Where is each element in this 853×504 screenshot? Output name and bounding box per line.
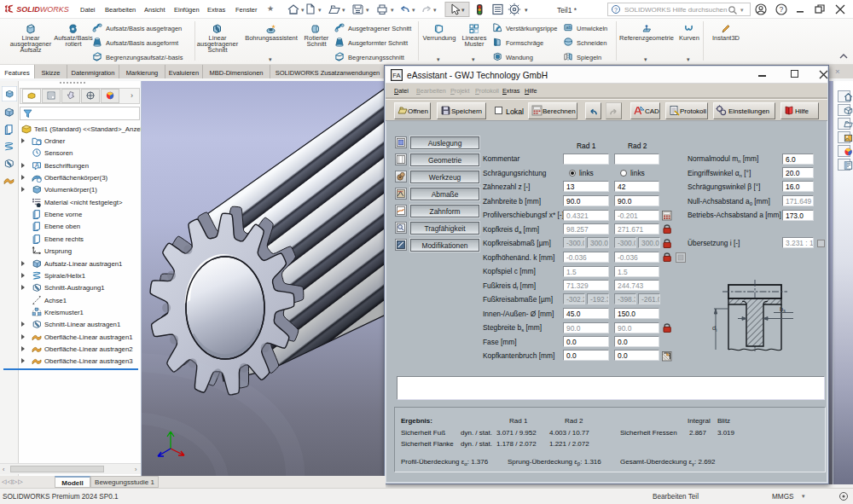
svg-text:▾: ▾ bbox=[318, 7, 322, 13]
svg-text:▾: ▾ bbox=[433, 7, 437, 13]
svg-text:di: di bbox=[712, 324, 717, 333]
svg-text:A: A bbox=[35, 162, 39, 169]
svg-text:SOLIDWORKS: SOLIDWORKS bbox=[16, 5, 69, 14]
svg-text:▾: ▾ bbox=[391, 7, 394, 13]
svg-text:▾: ▾ bbox=[461, 7, 465, 13]
svg-text:▾: ▾ bbox=[412, 7, 415, 13]
svg-text:FA: FA bbox=[392, 72, 400, 79]
svg-text:▾: ▾ bbox=[342, 7, 345, 13]
svg-text:▾: ▾ bbox=[301, 7, 305, 13]
svg-text:▾: ▾ bbox=[366, 7, 369, 13]
svg-text:▾: ▾ bbox=[525, 7, 528, 13]
svg-text:?: ? bbox=[780, 5, 784, 14]
svg-text:ab: ab bbox=[566, 25, 572, 30]
svg-text:bs: bs bbox=[780, 305, 786, 314]
